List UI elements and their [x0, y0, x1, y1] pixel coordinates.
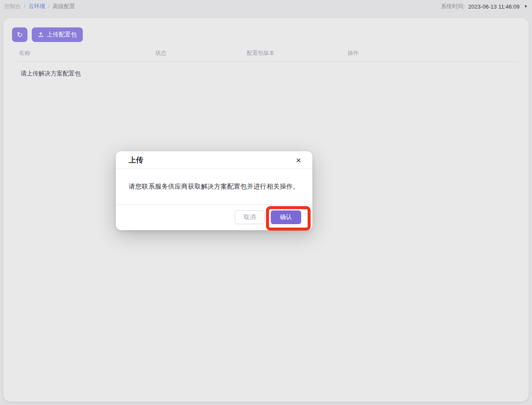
config-package-table: 名称 状态 配置包版本 操作 请上传解决方案配置包	[14, 45, 518, 86]
breadcrumb-separator: /	[48, 3, 49, 9]
dialog-title: 上传	[129, 155, 143, 165]
toolbar: ↻ 上传配置包	[3, 18, 529, 42]
system-time-dropdown[interactable]: 系统时间: 2023-06-13 11:46:09 ▼	[441, 3, 528, 10]
breadcrumb-item-cloud-env[interactable]: 云环境	[28, 3, 45, 10]
refresh-button[interactable]: ↻	[12, 27, 27, 42]
breadcrumb: 控制台 / 云环境 / 高级配置	[4, 3, 75, 10]
breadcrumb-item-console[interactable]: 控制台	[4, 3, 21, 10]
system-time-value: 2023-06-13 11:46:09	[468, 3, 520, 10]
dialog-message: 请您联系服务供应商获取解决方案配置包并进行相关操作。	[129, 183, 299, 191]
refresh-icon: ↻	[17, 31, 23, 39]
column-header-version: 配置包版本	[242, 49, 342, 57]
top-bar: 控制台 / 云环境 / 高级配置 系统时间: 2023-06-13 11:46:…	[0, 0, 532, 13]
breadcrumb-separator: /	[24, 3, 25, 9]
column-header-status: 状态	[150, 49, 242, 57]
cancel-button[interactable]: 取消	[235, 210, 265, 224]
system-time-label: 系统时间:	[441, 3, 465, 10]
table-empty-state: 请上传解决方案配置包	[14, 62, 518, 86]
upload-icon	[38, 32, 44, 38]
dialog-header: 上传 ×	[116, 151, 312, 169]
upload-dialog: 上传 × 请您联系服务供应商获取解决方案配置包并进行相关操作。 取消 确认	[116, 151, 312, 230]
column-header-actions: 操作	[342, 49, 518, 57]
confirm-button[interactable]: 确认	[271, 210, 301, 224]
close-icon[interactable]: ×	[296, 156, 301, 165]
upload-config-button[interactable]: 上传配置包	[32, 27, 83, 42]
dialog-body: 请您联系服务供应商获取解决方案配置包并进行相关操作。	[116, 169, 312, 205]
breadcrumb-item-advanced-config: 高级配置	[53, 3, 75, 10]
upload-button-label: 上传配置包	[47, 31, 77, 39]
dialog-footer: 取消 确认	[116, 205, 312, 230]
table-header-row: 名称 状态 配置包版本 操作	[14, 45, 518, 62]
caret-down-icon[interactable]: ▼	[524, 5, 528, 9]
empty-state-text: 请上传解决方案配置包	[21, 70, 81, 78]
column-header-name: 名称	[14, 49, 150, 57]
